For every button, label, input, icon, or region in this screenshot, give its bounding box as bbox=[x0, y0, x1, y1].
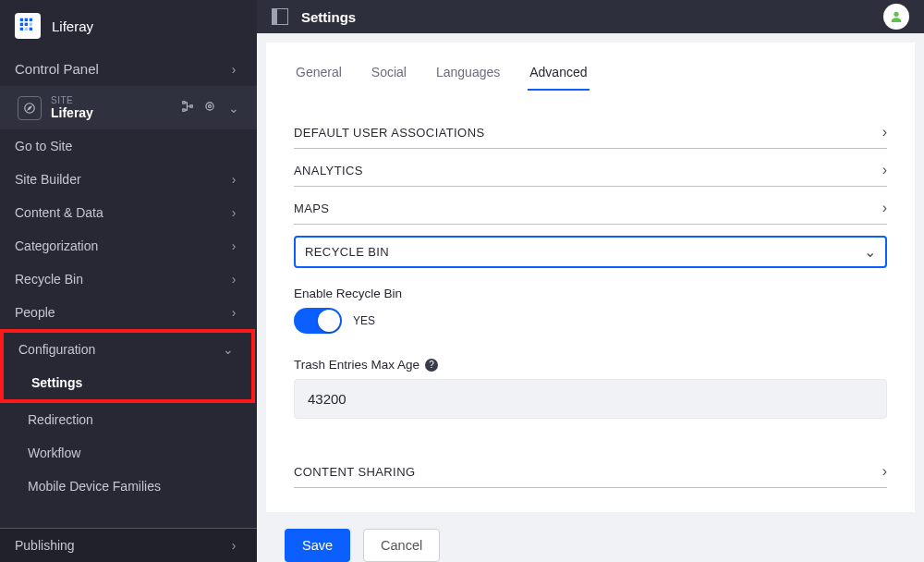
nav-configuration-mobile-device[interactable]: Mobile Device Families bbox=[0, 470, 257, 503]
nav-configuration-settings[interactable]: Settings bbox=[4, 366, 251, 399]
chevron-down-icon[interactable]: ⌄ bbox=[225, 101, 242, 116]
section-maps[interactable]: MAPS › bbox=[294, 187, 887, 225]
gear-icon[interactable] bbox=[203, 100, 216, 116]
trash-max-age-label: Trash Entries Max Age bbox=[294, 358, 419, 372]
chevron-down-icon: ⌄ bbox=[864, 243, 876, 261]
page-title: Settings bbox=[301, 9, 356, 25]
chevron-right-icon: › bbox=[225, 205, 242, 220]
tab-advanced[interactable]: Advanced bbox=[528, 59, 589, 91]
svg-point-14 bbox=[206, 103, 213, 110]
nav-people[interactable]: People› bbox=[0, 296, 257, 329]
panel-toggle-icon[interactable] bbox=[272, 8, 288, 25]
settings-tabs: General Social Languages Advanced bbox=[266, 59, 915, 92]
nav-configuration[interactable]: Configuration⌄ bbox=[4, 333, 251, 366]
svg-rect-7 bbox=[25, 28, 28, 31]
chevron-right-icon: › bbox=[882, 162, 887, 178]
highlight-configuration-settings: Configuration⌄ Settings bbox=[0, 329, 255, 403]
user-avatar-icon[interactable] bbox=[883, 4, 909, 30]
help-icon[interactable]: ? bbox=[425, 359, 438, 372]
svg-rect-2 bbox=[30, 18, 32, 21]
settings-card: General Social Languages Advanced DEFAUL… bbox=[266, 43, 915, 512]
svg-rect-3 bbox=[20, 23, 23, 26]
section-default-user-associations[interactable]: DEFAULT USER ASSOCIATIONS › bbox=[294, 111, 887, 149]
nav-configuration-redirection[interactable]: Redirection bbox=[0, 403, 257, 436]
chevron-right-icon: › bbox=[225, 305, 242, 320]
svg-rect-13 bbox=[190, 105, 192, 107]
nav-control-panel[interactable]: Control Panel › bbox=[0, 52, 257, 86]
site-name: Liferay bbox=[51, 105, 172, 120]
nav-content-data[interactable]: Content & Data› bbox=[0, 196, 257, 229]
go-to-site-label: Go to Site bbox=[15, 139, 242, 153]
nav-publishing[interactable]: Publishing› bbox=[0, 528, 257, 562]
tab-social[interactable]: Social bbox=[370, 59, 408, 91]
enable-recycle-bin-toggle[interactable] bbox=[294, 308, 342, 334]
chevron-right-icon: › bbox=[882, 200, 887, 216]
svg-rect-8 bbox=[30, 23, 32, 26]
chevron-right-icon: › bbox=[882, 124, 887, 140]
site-selector[interactable]: SITE Liferay ⌄ bbox=[0, 86, 257, 129]
tab-general[interactable]: General bbox=[294, 59, 344, 91]
nav-configuration-workflow[interactable]: Workflow bbox=[0, 436, 257, 470]
main: Settings General Social Languages Advanc… bbox=[257, 0, 924, 562]
svg-rect-0 bbox=[20, 18, 23, 21]
svg-rect-5 bbox=[20, 28, 23, 31]
chevron-right-icon: › bbox=[225, 272, 242, 287]
tab-languages[interactable]: Languages bbox=[434, 59, 502, 91]
chevron-down-icon: ⌄ bbox=[220, 342, 237, 357]
site-kicker: SITE bbox=[51, 95, 172, 105]
brand[interactable]: Liferay bbox=[0, 0, 257, 52]
section-analytics[interactable]: ANALYTICS › bbox=[294, 149, 887, 187]
liferay-logo-icon bbox=[15, 13, 41, 39]
svg-marker-10 bbox=[28, 106, 31, 110]
enable-recycle-bin-label: Enable Recycle Bin bbox=[294, 287, 887, 300]
svg-rect-6 bbox=[30, 28, 32, 31]
chevron-right-icon: › bbox=[882, 463, 887, 480]
tree-icon[interactable] bbox=[181, 100, 194, 116]
section-recycle-bin[interactable]: RECYCLE BIN ⌄ bbox=[294, 236, 887, 268]
save-button[interactable]: Save bbox=[285, 529, 350, 562]
main-header: Settings bbox=[257, 0, 924, 33]
section-content-sharing[interactable]: CONTENT SHARING › bbox=[294, 450, 887, 488]
trash-max-age-input[interactable] bbox=[294, 379, 887, 419]
chevron-right-icon: › bbox=[225, 172, 242, 187]
nav-recycle-bin[interactable]: Recycle Bin› bbox=[0, 263, 257, 296]
svg-rect-4 bbox=[25, 23, 28, 26]
nav-categorization[interactable]: Categorization› bbox=[0, 229, 257, 263]
chevron-right-icon: › bbox=[225, 61, 242, 77]
brand-name: Liferay bbox=[52, 18, 93, 34]
cancel-button[interactable]: Cancel bbox=[363, 529, 440, 562]
chevron-right-icon: › bbox=[225, 238, 242, 253]
svg-point-15 bbox=[209, 105, 212, 108]
svg-point-16 bbox=[894, 12, 898, 17]
chevron-right-icon: › bbox=[225, 538, 242, 553]
svg-rect-1 bbox=[25, 18, 28, 21]
nav-go-to-site[interactable]: Go to Site bbox=[0, 129, 257, 163]
sidebar: Liferay Control Panel › SITE Liferay ⌄ G… bbox=[0, 0, 257, 562]
control-panel-label: Control Panel bbox=[15, 61, 225, 77]
svg-rect-12 bbox=[183, 109, 185, 111]
toggle-state-text: YES bbox=[353, 314, 375, 327]
nav-site-builder[interactable]: Site Builder› bbox=[0, 163, 257, 196]
compass-icon bbox=[18, 96, 42, 120]
svg-rect-11 bbox=[183, 102, 185, 104]
